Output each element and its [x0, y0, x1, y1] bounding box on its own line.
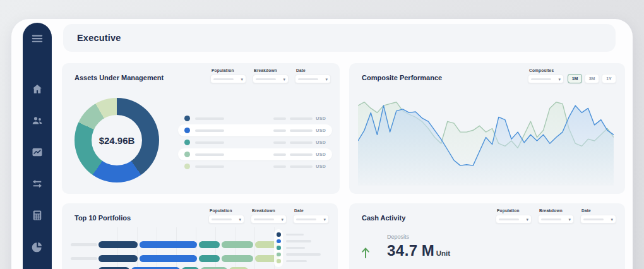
- portfolios-legend-item[interactable]: [277, 244, 321, 251]
- aum-donut-chart[interactable]: $24.96B: [75, 98, 159, 182]
- legend-name-placeholder: [286, 240, 311, 242]
- bar-segment: [222, 241, 253, 248]
- breakdown-dropdown[interactable]: ▾: [538, 215, 574, 224]
- population-dropdown[interactable]: ▾: [210, 75, 246, 83]
- chevron-down-icon: ▾: [283, 77, 285, 81]
- composites-dropdown[interactable]: ▾: [528, 75, 564, 83]
- performance-chart-icon[interactable]: [28, 144, 47, 160]
- date-dropdown[interactable]: ▾: [295, 75, 331, 83]
- aum-legend-row[interactable]: USD: [178, 148, 332, 160]
- portfolios-legend-item[interactable]: [277, 231, 321, 238]
- range-button-1m[interactable]: 1M: [568, 74, 582, 83]
- legend-name-placeholder: [195, 153, 224, 156]
- calculator-icon[interactable]: [28, 207, 47, 224]
- filter-population: Population▾: [210, 68, 246, 83]
- placeholder-bar: [499, 218, 519, 220]
- aum-legend-row[interactable]: USD: [178, 136, 332, 148]
- aum-legend-row[interactable]: USD: [178, 160, 332, 172]
- currency-label: USD: [316, 140, 326, 145]
- portfolios-legend-item[interactable]: [277, 258, 321, 265]
- chevron-down-icon: ▾: [568, 217, 571, 222]
- filter-label: Composites: [529, 68, 564, 73]
- placeholder-bar: [541, 218, 561, 220]
- legend-percent-placeholder: [273, 165, 286, 168]
- cash-filters: Population▾Breakdown▾Date▾: [496, 208, 616, 224]
- home-icon[interactable]: [28, 81, 47, 97]
- range-button-3m[interactable]: 3M: [585, 74, 599, 83]
- placeholder-bar: [298, 78, 318, 80]
- gridline: [137, 227, 138, 269]
- legend-color-dot: [184, 140, 190, 145]
- legend-name-placeholder: [286, 247, 305, 249]
- portfolios-legend-item[interactable]: [277, 238, 321, 245]
- pie-chart-icon[interactable]: [28, 239, 47, 255]
- deposits-metric: Deposits 34.7 M Unit: [361, 234, 450, 260]
- portfolios-legend: [277, 231, 321, 265]
- breakdown-dropdown[interactable]: ▾: [253, 75, 289, 83]
- legend-amount-placeholder: [290, 129, 313, 132]
- placeholder-bar: [583, 218, 604, 220]
- aum-legend-row[interactable]: USD: [178, 124, 332, 136]
- range-button-1y[interactable]: 1Y: [602, 74, 616, 83]
- aum-card: Assets Under Management Population▾Break…: [62, 63, 340, 194]
- app-window: Executive Assets Under Management Popula…: [11, 19, 633, 269]
- population-dropdown[interactable]: ▾: [496, 215, 532, 224]
- legend-amount-placeholder: [290, 165, 313, 168]
- placeholder-bar: [213, 78, 234, 80]
- legend-color-dot: [277, 259, 281, 263]
- currency-label: USD: [316, 116, 326, 121]
- aum-filters: Population▾Breakdown▾Date▾: [210, 68, 331, 83]
- filter-breakdown: Breakdown▾: [538, 208, 574, 224]
- legend-color-dot: [277, 232, 281, 237]
- legend-name-placeholder: [286, 260, 307, 263]
- composite-card-title: Composite Performance: [362, 74, 442, 81]
- legend-name-placeholder: [195, 117, 224, 120]
- filter-date: Date▾: [580, 208, 616, 224]
- legend-percent-placeholder: [273, 117, 286, 120]
- legend-name-placeholder: [195, 165, 224, 168]
- filter-label: Date: [581, 208, 616, 213]
- portfolio-stacked-bar[interactable]: [98, 255, 279, 262]
- gridline: [196, 227, 196, 269]
- page-header: Executive: [63, 24, 616, 52]
- portfolios-legend-item[interactable]: [277, 251, 321, 258]
- hamburger-menu-icon[interactable]: [28, 30, 47, 47]
- deposits-up-arrow-icon: [361, 246, 371, 259]
- composite-performance-card: Composite Performance Composites▾ 1M3M1Y: [349, 63, 625, 194]
- date-dropdown[interactable]: ▾: [580, 215, 616, 224]
- legend-color-dot: [184, 152, 190, 157]
- filter-composites: Composites▾: [528, 68, 564, 83]
- placeholder-bar: [256, 78, 276, 80]
- currency-label: USD: [316, 164, 326, 169]
- filter-breakdown: Breakdown▾: [253, 68, 289, 83]
- page-title: Executive: [77, 33, 121, 43]
- filter-label: Breakdown: [539, 208, 574, 213]
- bar-segment: [222, 255, 253, 262]
- chevron-down-icon: ▾: [526, 217, 528, 222]
- aum-legend: USDUSDUSDUSDUSD: [178, 112, 332, 172]
- composite-performance-chart[interactable]: [358, 91, 614, 186]
- deposits-value: 34.7: [387, 242, 418, 260]
- users-icon[interactable]: [28, 112, 47, 129]
- legend-amount-placeholder: [290, 117, 313, 120]
- currency-label: USD: [316, 128, 326, 133]
- legend-name-placeholder: [195, 129, 224, 132]
- filter-label: Population: [497, 208, 532, 213]
- legend-percent-placeholder: [273, 141, 286, 144]
- top-portfolios-card: Top 10 Portfolios Population▾Breakdown▾D…: [62, 203, 338, 269]
- transfers-icon[interactable]: [28, 176, 47, 192]
- gridline: [235, 227, 236, 269]
- chevron-down-icon: ▾: [558, 77, 561, 81]
- portfolio-stacked-bar[interactable]: [98, 241, 279, 248]
- filter-label: Date: [296, 68, 331, 73]
- composite-controls: Composites▾ 1M3M1Y: [528, 68, 616, 83]
- aum-legend-row[interactable]: USD: [178, 112, 332, 124]
- filter-population: Population▾: [496, 208, 532, 224]
- composite-filters: Composites▾: [528, 68, 564, 83]
- cash-activity-card: Cash Activity Population▾Breakdown▾Date▾…: [349, 203, 625, 269]
- portfolio-name-placeholder: [71, 243, 97, 246]
- currency-label: USD: [316, 152, 326, 157]
- gridline: [157, 227, 157, 269]
- chevron-down-icon: ▾: [241, 77, 243, 81]
- filter-label: Breakdown: [254, 68, 289, 73]
